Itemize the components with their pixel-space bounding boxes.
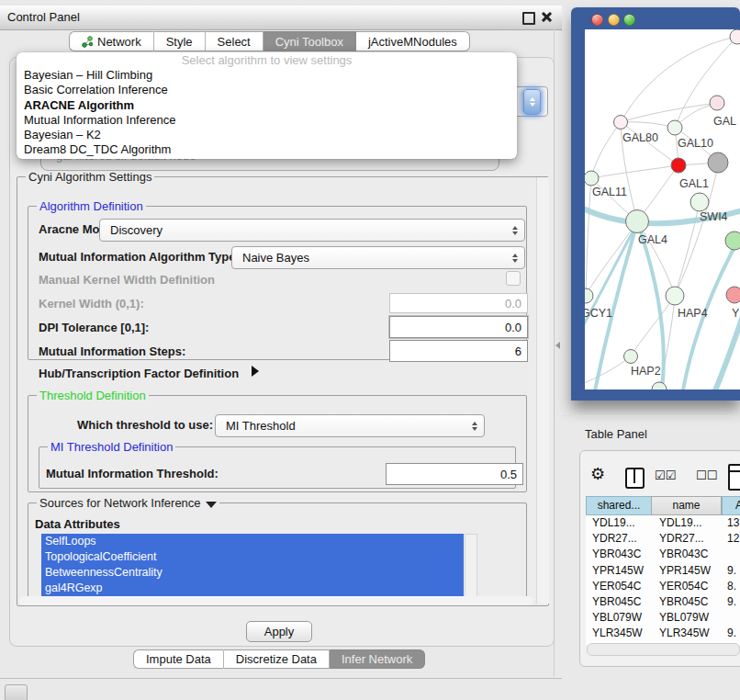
tab-cyni-toolbox[interactable]: Cyni Toolbox [263, 31, 356, 51]
network-node-gal11[interactable] [585, 171, 599, 186]
table-horizontal-scrollbar[interactable] [587, 643, 740, 656]
mi-threshold-field[interactable]: 0.5 [386, 463, 523, 485]
column-header-shared[interactable]: shared... [586, 496, 652, 515]
table-cell[interactable]: YDL19... [659, 515, 702, 531]
network-node[interactable] [708, 152, 728, 173]
network-node-hap2[interactable] [624, 350, 638, 364]
combo-spinner-icon[interactable] [523, 89, 541, 115]
network-node-y[interactable] [726, 287, 740, 303]
attribute-item-selfloops[interactable]: SelfLoops [41, 534, 464, 549]
network-node[interactable] [725, 231, 740, 250]
table-cell[interactable]: YER054C [659, 579, 708, 594]
hub-section-label[interactable]: Hub/Transcription Factor Definition [39, 367, 239, 380]
table-cell[interactable]: YLR345W [659, 626, 710, 641]
collapse-arrow-icon[interactable] [206, 502, 217, 508]
network-node-gal80[interactable] [614, 116, 628, 130]
table-row[interactable]: YLR345WYLR345W9. [586, 626, 740, 641]
algorithm-option-bayesian-hill-climbing[interactable]: Bayesian – Hill Climbing [17, 68, 517, 83]
network-node-hap4[interactable] [666, 287, 684, 305]
kernel-width-field[interactable]: 0.0 [389, 293, 528, 313]
table-row[interactable]: YDL19...YDL19...13 [586, 515, 740, 531]
manual-kernel-checkbox[interactable] [506, 271, 521, 286]
algorithm-option-bayesian-k2[interactable]: Bayesian – K2 [17, 128, 517, 142]
table-cell[interactable]: YER054C [592, 579, 641, 594]
network-node-gal[interactable] [710, 96, 724, 110]
settings-vertical-scrollbar[interactable] [536, 177, 549, 604]
minimized-panel-icon[interactable] [5, 684, 28, 700]
table-cell[interactable]: 8. [727, 579, 736, 594]
table-body[interactable]: YDL19...YDL19...13YDR27...YDR27...12YBR0… [586, 515, 740, 645]
tab-select[interactable]: Select [206, 31, 263, 51]
network-node-swi4[interactable] [690, 193, 709, 211]
column-header-name[interactable]: name [651, 496, 722, 515]
tab-jactivemnodules[interactable]: jActiveMNodules [356, 31, 470, 51]
table-cell[interactable]: YBL079W [659, 610, 709, 626]
list-vertical-scrollbar[interactable] [465, 534, 477, 598]
select-checked-icon[interactable]: ☑☑ [655, 469, 676, 482]
table-cell[interactable]: YBR045C [659, 594, 708, 610]
mi-steps-field[interactable]: 6 [389, 340, 528, 362]
algorithm-option-dream8-dc-tdc-algorithm[interactable]: Dream8 DC_TDC Algorithm [17, 142, 517, 157]
table-cell[interactable]: 12 [727, 531, 739, 547]
attribute-item-topologicalcoefficient[interactable]: TopologicalCoefficient [41, 549, 464, 565]
dpi-tolerance-field[interactable]: 0.0 [389, 316, 528, 338]
sources-group-title[interactable]: Sources for Network Inference [37, 496, 219, 510]
group-horizontal-scrollbar[interactable] [19, 596, 533, 605]
close-panel-icon[interactable] [541, 11, 553, 23]
table-cell[interactable]: YDR27... [592, 531, 637, 547]
close-light-icon[interactable] [591, 14, 603, 26]
tab-discretize-data[interactable]: Discretize Data [224, 649, 330, 669]
which-threshold-combobox[interactable]: MI Threshold [215, 414, 485, 437]
table-cell[interactable]: YBR043C [592, 547, 641, 562]
network-canvas[interactable]: GALGAL80GAL10GAL1GAL11SWI4GAL4GCY1HAP4YH… [585, 29, 740, 390]
table-cell[interactable]: 9. [727, 626, 736, 641]
gear-icon[interactable]: ⚙ [590, 464, 605, 484]
table-cell[interactable]: YPR145W [659, 563, 711, 579]
network-node-gal1[interactable] [671, 158, 686, 173]
table-cell[interactable]: YDR27... [659, 531, 704, 547]
data-attributes-list[interactable]: SelfLoopsTopologicalCoefficientBetweenne… [41, 534, 464, 596]
table-row[interactable]: YBL079WYBL079W [586, 610, 740, 626]
table-row[interactable]: YBR045CYBR045C9. [586, 594, 740, 610]
control-panel-titlebar[interactable]: Control Panel [0, 5, 562, 30]
tab-impute-data[interactable]: Impute Data [133, 649, 224, 669]
attribute-item-gal4rgexp[interactable]: gal4RGexp [41, 581, 464, 596]
network-node-gal4[interactable] [626, 210, 649, 233]
table-row[interactable]: YPR145WYPR145W9. [586, 563, 740, 579]
tab-network[interactable]: Network [69, 31, 154, 51]
table-row[interactable]: YDR27...YDR27...12 [586, 531, 740, 547]
table-row[interactable]: YBR043CYBR043C [586, 547, 740, 562]
mi-type-combobox[interactable]: Naive Bayes [231, 246, 525, 269]
network-node-gal10[interactable] [667, 120, 682, 135]
table-cell[interactable]: YLR345W [592, 626, 643, 641]
apply-button[interactable]: Apply [246, 621, 312, 642]
table-cell[interactable]: YDL19... [592, 515, 635, 531]
table-cell[interactable]: 9. [727, 563, 736, 579]
algorithm-option-mutual-information-inference[interactable]: Mutual Information Inference [17, 113, 517, 128]
zoom-light-icon[interactable] [623, 14, 635, 26]
table-cell[interactable]: YBL079W [592, 610, 642, 626]
select-unchecked-icon[interactable]: ☐☐ [696, 469, 717, 482]
table-cell[interactable]: 9. [727, 594, 736, 610]
network-node-gcy1[interactable] [585, 288, 593, 303]
splitter-collapse-arrow-icon[interactable] [555, 342, 560, 349]
table-cell[interactable]: YBR045C [592, 594, 641, 610]
table-cell[interactable]: YPR145W [592, 563, 644, 579]
network-node[interactable] [730, 29, 740, 44]
algorithm-option-aracne-algorithm[interactable]: ARACNE Algorithm [17, 98, 517, 113]
float-panel-icon[interactable] [522, 12, 535, 25]
expand-arrow-icon[interactable] [252, 366, 259, 377]
table-cell[interactable]: 13 [727, 515, 739, 531]
algorithm-option-basic-correlation-inference[interactable]: Basic Correlation Inference [17, 83, 517, 97]
columns-icon[interactable] [625, 468, 645, 489]
table-row[interactable]: YER054CYER054C8. [586, 579, 740, 594]
tab-style[interactable]: Style [154, 31, 206, 51]
network-graph[interactable]: GALGAL80GAL10GAL1GAL11SWI4GAL4GCY1HAP4YH… [585, 29, 740, 390]
attribute-item-betweennesscentrality[interactable]: BetweennessCentrality [41, 565, 464, 581]
table-cell[interactable]: YBR043C [659, 547, 708, 562]
minimize-light-icon[interactable] [608, 14, 620, 26]
new-table-icon[interactable] [728, 464, 740, 491]
aracne-mode-combobox[interactable]: Discovery [99, 219, 525, 242]
tab-infer-network[interactable]: Infer Network [330, 649, 425, 669]
column-header-a[interactable]: A [722, 496, 740, 515]
